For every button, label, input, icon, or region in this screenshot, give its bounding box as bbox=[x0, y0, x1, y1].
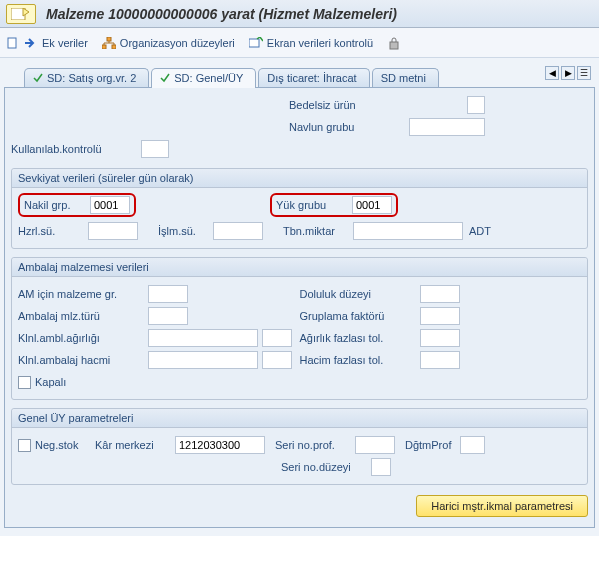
tab-nav: ◀ ▶ ☰ bbox=[545, 66, 591, 80]
kar-merkezi-input[interactable] bbox=[175, 436, 265, 454]
org-duzeyleri-label: Organizasyon düzeyleri bbox=[120, 37, 235, 49]
note-icon bbox=[11, 8, 31, 20]
tab-next-button[interactable]: ▶ bbox=[561, 66, 575, 80]
genel-uy-title: Genel ÜY parametreleri bbox=[12, 409, 587, 428]
tab-label-1: SD: Genel/ÜY bbox=[174, 72, 243, 84]
klnl-ambl-agir-unit-input[interactable] bbox=[262, 329, 292, 347]
svg-rect-3 bbox=[102, 45, 106, 49]
arrow-right-icon bbox=[24, 36, 38, 50]
agirlik-fazla-input[interactable] bbox=[420, 329, 460, 347]
tbn-unit-label: ADT bbox=[469, 225, 491, 237]
dgtm-prof-input[interactable] bbox=[460, 436, 485, 454]
sevkiyat-group: Sevkiyat verileri (süreler gün olarak) N… bbox=[11, 168, 588, 249]
svg-rect-2 bbox=[107, 37, 111, 41]
document-icon bbox=[6, 36, 20, 50]
lock-icon bbox=[387, 36, 401, 50]
ambalaj-mlz-turu-label: Ambalaj mlz.türü bbox=[18, 310, 148, 322]
am-malzeme-gr-label: AM için malzeme gr. bbox=[18, 288, 148, 300]
svg-rect-1 bbox=[8, 38, 16, 48]
titlebar: Malzeme 10000000000006 yarat (Hizmet Mal… bbox=[0, 0, 599, 28]
tab-sd-satis[interactable]: SD: Satış org.vr. 2 bbox=[24, 68, 149, 87]
ek-veriler-label: Ek veriler bbox=[42, 37, 88, 49]
tab-label-3: SD metni bbox=[381, 72, 426, 84]
body-area: SD: Satış org.vr. 2 SD: Genel/ÜY Dış tic… bbox=[0, 58, 599, 536]
hzrl-su-input[interactable] bbox=[88, 222, 138, 240]
gruplama-input[interactable] bbox=[420, 307, 460, 325]
klnl-ambl-hacmi-label: Klnl.ambalaj hacmi bbox=[18, 354, 148, 366]
kullanilab-kontrolu-label: Kullanılab.kontrolü bbox=[11, 143, 141, 155]
klnl-ambl-agir-input[interactable] bbox=[148, 329, 258, 347]
kapali-label: Kapalı bbox=[35, 376, 66, 388]
svg-rect-5 bbox=[249, 39, 259, 47]
gruplama-label: Gruplama faktörü bbox=[300, 310, 420, 322]
tab-label-2: Dış ticaret: İhracat bbox=[267, 72, 356, 84]
seri-duzeyi-label: Seri no.düzeyi bbox=[281, 461, 371, 473]
tab-check-icon bbox=[160, 73, 170, 83]
svg-rect-6 bbox=[390, 42, 398, 49]
seri-duzeyi-input[interactable] bbox=[371, 458, 391, 476]
harici-mstr-button[interactable]: Harici mştr.ikmal parametresi bbox=[416, 495, 588, 517]
hacim-fazla-label: Hacim fazlası tol. bbox=[300, 354, 420, 366]
org-chart-icon bbox=[102, 36, 116, 50]
nakil-grp-label: Nakil grp. bbox=[24, 199, 84, 211]
tab-sd-metni[interactable]: SD metni bbox=[372, 68, 439, 87]
navlun-grubu-label: Navlun grubu bbox=[289, 121, 389, 133]
dgtm-prof-label: DğtmProf bbox=[405, 439, 460, 451]
ambalaj-mlz-turu-input[interactable] bbox=[148, 307, 188, 325]
yuk-grubu-input[interactable] bbox=[352, 196, 392, 214]
nakil-grp-highlight: Nakil grp. bbox=[18, 193, 136, 217]
islm-su-label: İşlm.sü. bbox=[158, 225, 213, 237]
genel-uy-group: Genel ÜY parametreleri Neg.stok Kâr merk… bbox=[11, 408, 588, 485]
seri-prof-input[interactable] bbox=[355, 436, 395, 454]
bedelsiz-urun-label: Bedelsiz ürün bbox=[289, 99, 389, 111]
tab-label-0: SD: Satış org.vr. 2 bbox=[47, 72, 136, 84]
hacim-fazla-input[interactable] bbox=[420, 351, 460, 369]
ekran-kontrolu-label: Ekran verileri kontrolü bbox=[267, 37, 373, 49]
tab-dis-ticaret[interactable]: Dış ticaret: İhracat bbox=[258, 68, 369, 87]
kar-merkezi-label: Kâr merkezi bbox=[95, 439, 175, 451]
main-panel: Bedelsiz ürün Navlun grubu Kullanılab.ko… bbox=[4, 88, 595, 528]
seri-prof-label: Seri no.prof. bbox=[275, 439, 355, 451]
page-title: Malzeme 10000000000006 yarat (Hizmet Mal… bbox=[46, 6, 397, 22]
tab-check-icon bbox=[33, 73, 43, 83]
klnl-ambl-agir-label: Klnl.ambl.ağırlığı bbox=[18, 332, 148, 344]
ambalaj-group: Ambalaj malzemesi verileri AM için malze… bbox=[11, 257, 588, 400]
bedelsiz-urun-input[interactable] bbox=[467, 96, 485, 114]
klnl-ambl-hacmi-unit-input[interactable] bbox=[262, 351, 292, 369]
check-screen-icon bbox=[249, 36, 263, 50]
klnl-ambl-hacmi-input[interactable] bbox=[148, 351, 258, 369]
doluluk-input[interactable] bbox=[420, 285, 460, 303]
svg-rect-4 bbox=[112, 45, 116, 49]
tabstrip: SD: Satış org.vr. 2 SD: Genel/ÜY Dış tic… bbox=[4, 62, 595, 88]
tbn-miktar-input[interactable] bbox=[353, 222, 463, 240]
app-icon bbox=[6, 4, 36, 24]
nakil-grp-input[interactable] bbox=[90, 196, 130, 214]
lock-button[interactable] bbox=[387, 36, 401, 50]
ek-veriler-button[interactable]: Ek veriler bbox=[6, 36, 88, 50]
ambalaj-title: Ambalaj malzemesi verileri bbox=[12, 258, 587, 277]
hzrl-su-label: Hzrl.sü. bbox=[18, 225, 88, 237]
org-duzeyleri-button[interactable]: Organizasyon düzeyleri bbox=[102, 36, 235, 50]
yuk-grubu-highlight: Yük grubu bbox=[270, 193, 398, 217]
islm-su-input[interactable] bbox=[213, 222, 263, 240]
tbn-miktar-label: Tbn.miktar bbox=[283, 225, 353, 237]
sevkiyat-title: Sevkiyat verileri (süreler gün olarak) bbox=[12, 169, 587, 188]
ekran-kontrolu-button[interactable]: Ekran verileri kontrolü bbox=[249, 36, 373, 50]
agirlik-fazla-label: Ağırlık fazlası tol. bbox=[300, 332, 420, 344]
kapali-checkbox[interactable] bbox=[18, 376, 31, 389]
neg-stok-label: Neg.stok bbox=[35, 439, 95, 451]
am-malzeme-gr-input[interactable] bbox=[148, 285, 188, 303]
toolbar: Ek veriler Organizasyon düzeyleri Ekran … bbox=[0, 28, 599, 58]
doluluk-label: Doluluk düzeyi bbox=[300, 288, 420, 300]
kullanilab-kontrolu-input[interactable] bbox=[141, 140, 169, 158]
tab-prev-button[interactable]: ◀ bbox=[545, 66, 559, 80]
neg-stok-checkbox[interactable] bbox=[18, 439, 31, 452]
navlun-grubu-input[interactable] bbox=[409, 118, 485, 136]
tab-list-button[interactable]: ☰ bbox=[577, 66, 591, 80]
tab-sd-genel-uy[interactable]: SD: Genel/ÜY bbox=[151, 68, 256, 88]
yuk-grubu-label: Yük grubu bbox=[276, 199, 346, 211]
